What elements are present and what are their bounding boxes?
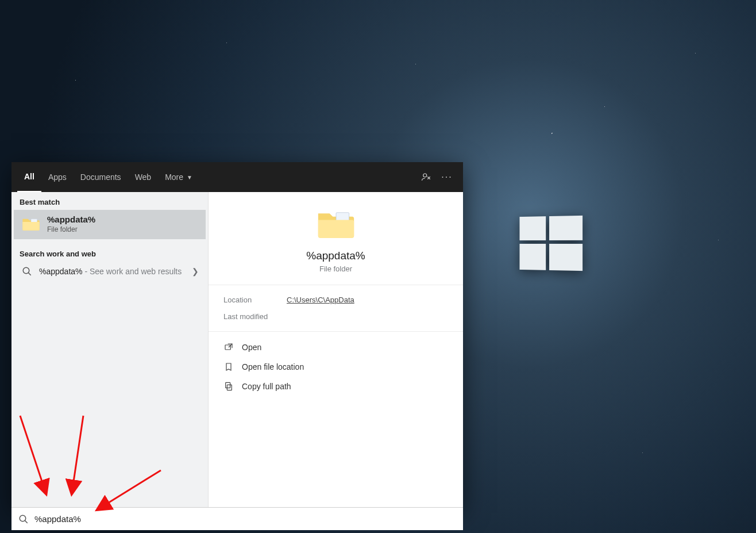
start-search-panel: All Apps Documents Web More ▼ ··· Best m… (11, 162, 463, 507)
action-copy-path-label: Copy full path (242, 382, 291, 391)
folder-icon (22, 216, 40, 232)
more-options-icon[interactable]: ··· (437, 162, 457, 192)
svg-rect-7 (226, 382, 230, 388)
tab-more[interactable]: More ▼ (158, 162, 199, 192)
action-open-file-location[interactable]: Open file location (217, 357, 455, 377)
web-result-text: %appdata% - See work and web results (39, 267, 185, 276)
copy-icon (223, 381, 234, 392)
svg-point-2 (23, 267, 29, 274)
svg-point-0 (423, 174, 427, 177)
tab-apps[interactable]: Apps (41, 162, 74, 192)
open-location-icon (223, 362, 234, 372)
chevron-down-icon: ▼ (187, 174, 192, 181)
meta-location-label: Location (223, 296, 287, 304)
svg-rect-6 (227, 385, 232, 390)
meta-lastmodified-label: Last modified (223, 312, 287, 321)
taskbar-search-box[interactable] (11, 507, 463, 530)
section-best-match-label: Best match (11, 192, 208, 210)
svg-line-9 (25, 520, 28, 523)
action-copy-full-path[interactable]: Copy full path (217, 377, 455, 396)
svg-point-8 (20, 515, 26, 522)
search-input[interactable] (34, 514, 456, 524)
meta-location-value[interactable]: C:\Users\C\AppData (287, 296, 354, 304)
search-icon (22, 266, 32, 277)
web-result-query: %appdata% (39, 267, 83, 276)
chevron-right-icon: ❯ (192, 267, 199, 276)
result-preview-pane: %appdata% File folder Location C:\Users\… (208, 192, 463, 507)
tab-documents[interactable]: Documents (74, 162, 128, 192)
svg-line-3 (28, 273, 31, 275)
search-icon (18, 514, 29, 524)
open-icon (223, 342, 234, 352)
folder-icon (317, 208, 356, 241)
best-match-title: %appdata% (47, 214, 95, 224)
tab-all[interactable]: All (17, 162, 41, 192)
section-web-label: Search work and web (11, 244, 208, 262)
action-open-location-label: Open file location (242, 362, 304, 371)
best-match-subtitle: File folder (47, 225, 95, 233)
search-scope-tabs: All Apps Documents Web More ▼ ··· (11, 162, 463, 192)
preview-subtitle: File folder (319, 264, 352, 273)
best-match-result[interactable]: %appdata% File folder (14, 210, 206, 239)
tab-more-label: More (165, 172, 183, 182)
results-left-column: Best match %appdata% File folder Search … (11, 192, 208, 507)
web-result-suffix: - See work and web results (83, 267, 182, 276)
svg-rect-5 (225, 345, 230, 350)
tab-web[interactable]: Web (128, 162, 159, 192)
desktop-windows-logo (519, 216, 583, 271)
web-search-result[interactable]: %appdata% - See work and web results ❯ (14, 262, 206, 281)
feedback-icon[interactable] (416, 162, 437, 192)
action-open[interactable]: Open (217, 338, 455, 357)
action-open-label: Open (242, 343, 261, 352)
preview-title: %appdata% (306, 250, 365, 262)
